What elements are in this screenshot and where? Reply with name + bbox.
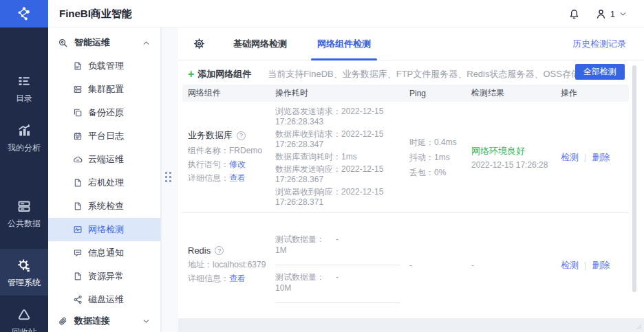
timing-entry: 浏览器发送请求：2022-12-15 17:26:28.343: [275, 107, 400, 127]
component-detection-panel: + 添加网络组件 当前支持FineDB、业务数据库、FTP文件服务器、Redis…: [178, 60, 644, 318]
operation-time-cell: 浏览器发送请求：2022-12-15 17:26:28.343 数据库收到请求：…: [270, 104, 404, 210]
system-check-icon: [73, 201, 83, 211]
result-cell: -: [466, 261, 555, 270]
ops-icon: [58, 38, 68, 48]
table-row-redis: Redis ? 地址：localhost:6379 详细信息：查看 测试数据量：…: [182, 213, 629, 318]
detection-tabbar: 基础网络检测 网络组件检测 历史检测记录: [178, 27, 644, 60]
rail-item-recycle-bin[interactable]: 回收站: [0, 304, 48, 332]
network-logo-icon: [15, 5, 33, 23]
add-network-component-button[interactable]: + 添加网络组件: [188, 68, 251, 80]
check-link[interactable]: 检测: [561, 260, 579, 270]
test-label: 测试数据量：1M: [275, 234, 336, 256]
recycle-bin-icon: [17, 308, 31, 322]
sidebar-item-platform-log[interactable]: 平台日志: [48, 124, 160, 148]
status-time: 2022-12-15 17:26:28: [471, 160, 555, 170]
paperclip-icon: [58, 316, 68, 327]
backup-restore-icon: [73, 108, 83, 118]
network-detection-icon: [73, 225, 83, 234]
chevron-down-icon: [619, 10, 627, 19]
component-id: FRDemo: [229, 146, 262, 155]
main-content: 基础网络检测 网络组件检测 历史检测记录 + 添加网络组件 当前支持FineDB…: [178, 27, 644, 332]
result-empty: -: [471, 261, 474, 270]
actions-cell: 检测|删除: [555, 151, 629, 164]
help-icon[interactable]: ?: [237, 131, 246, 140]
test-subrow: 测试数据量：10M -: [275, 265, 400, 303]
resource-abnormal-icon: [73, 272, 83, 281]
message-notice-icon: [73, 248, 83, 258]
check-all-button[interactable]: 全部检测: [575, 64, 625, 80]
resize-corner-handle[interactable]: [634, 322, 643, 331]
timing-entry: 数据库发送响应：2022-12-15 17:26:28.367: [275, 164, 400, 185]
view-details-link[interactable]: 查看: [229, 173, 246, 183]
timing-entry: 浏览器收到响应：2022-12-15 17:26:28.371: [275, 187, 400, 208]
settings-gear-icon[interactable]: [193, 38, 205, 49]
platform-log-icon: [73, 131, 83, 141]
component-cell: Redis ? 地址：localhost:6379 详细信息：查看: [182, 245, 270, 285]
delete-link[interactable]: 删除: [592, 152, 610, 162]
history-records-link[interactable]: 历史检测记录: [572, 27, 626, 60]
ping-loss: 丢包：0%: [409, 165, 466, 180]
operation-time-cell: 测试数据量：1M - 测试数据量：10M -: [270, 228, 404, 303]
supported-components-hint: 当前支持FineDB、业务数据库、FTP文件服务器、Redis状态服务器、OSS…: [268, 68, 607, 80]
sidebar-item-cluster-config[interactable]: 集群配置: [48, 78, 160, 101]
separator: |: [584, 260, 586, 270]
ping-cell: -: [404, 261, 466, 270]
sidebar-splitter: [162, 27, 178, 332]
directory-icon: [17, 74, 31, 88]
actions-cell: 检测|删除: [555, 259, 629, 272]
tabs: 基础网络检测 网络组件检测: [224, 27, 380, 60]
sidebar-item-disk-ops[interactable]: 磁盘运维: [48, 288, 160, 311]
top-header: FineBI商业智能 1: [0, 0, 644, 27]
rail-item-my-analysis[interactable]: 我的分析: [0, 120, 48, 155]
sidebar-item-system-check[interactable]: 系统检查: [48, 195, 160, 218]
cluster-config-icon: [73, 85, 83, 94]
col-header-ping: Ping: [404, 89, 466, 98]
ping-cell: 时延：0.4ms 抖动：1ms 丢包：0%: [404, 135, 466, 180]
panel-toolbar: + 添加网络组件 当前支持FineDB、业务数据库、FTP文件服务器、Redis…: [188, 65, 607, 84]
test-subrow: 测试数据量：1M -: [275, 228, 400, 265]
col-header-component: 网络组件: [182, 87, 270, 99]
sidebar-item-load-management[interactable]: 负载管理: [48, 54, 160, 78]
component-name: Redis: [188, 245, 211, 256]
sidebar-group-data-connection[interactable]: 数据连接: [48, 310, 160, 332]
component-cell: 业务数据库 ? 组件名称：FRDemo 执行语句：修改 详细信息：查看: [182, 129, 270, 185]
header-actions: 1: [568, 0, 627, 27]
component-name: 业务数据库: [188, 129, 233, 142]
rail-item-directory[interactable]: 目录: [0, 70, 48, 106]
rail-item-admin-system[interactable]: 管理系统: [0, 249, 48, 296]
sidebar-item-network-detection[interactable]: 网络检测: [48, 218, 160, 241]
table-header-row: 网络组件 操作耗时 Ping 检测结果 操作: [182, 85, 629, 102]
delete-link[interactable]: 删除: [592, 260, 610, 270]
splitter-drag-handle[interactable]: [165, 172, 171, 182]
test-value: -: [336, 234, 339, 256]
finebi-logo[interactable]: [0, 0, 48, 27]
public-data-icon: [17, 199, 31, 213]
help-icon[interactable]: ?: [215, 246, 224, 255]
col-header-actions: 操作: [555, 87, 629, 99]
ping-empty: -: [409, 261, 412, 270]
sidebar-item-message-notice[interactable]: 信息通知: [48, 241, 160, 265]
tab-network-component-detection[interactable]: 网络组件检测: [308, 27, 380, 60]
chevron-up-icon: [142, 38, 151, 47]
ping-latency: 时延：0.4ms: [409, 135, 466, 150]
user-menu[interactable]: 1: [595, 8, 627, 20]
test-label: 测试数据量：10M: [275, 272, 336, 294]
sidebar-item-cloud-ops[interactable]: 云端运维: [48, 148, 160, 171]
ping-jitter: 抖动：1ms: [409, 150, 466, 165]
sidebar-item-resource-abnormal[interactable]: 资源异常: [48, 265, 160, 288]
rail-item-public-data[interactable]: 公共数据: [0, 195, 48, 231]
admin-gear-icon: [17, 258, 31, 272]
tab-basic-network-detection[interactable]: 基础网络检测: [224, 27, 297, 60]
check-link[interactable]: 检测: [561, 152, 579, 162]
edit-sql-link[interactable]: 修改: [229, 159, 246, 169]
col-header-operation-time: 操作耗时: [270, 87, 404, 99]
sidebar-item-backup-restore[interactable]: 备份还原: [48, 101, 160, 124]
sidebar-item-downtime-handling[interactable]: 宕机处理: [48, 171, 160, 195]
finebi-app: FineBI商业智能 1 目录 我的分析 公共数据 管理系统: [0, 0, 644, 332]
status-good: 网络环境良好: [471, 145, 555, 157]
disk-ops-icon: [73, 295, 83, 305]
vertical-scrollbar[interactable]: [632, 65, 636, 292]
sidebar-group-ops[interactable]: 智能运维: [48, 32, 160, 54]
bell-icon[interactable]: [568, 8, 580, 20]
view-details-link[interactable]: 查看: [229, 274, 246, 283]
